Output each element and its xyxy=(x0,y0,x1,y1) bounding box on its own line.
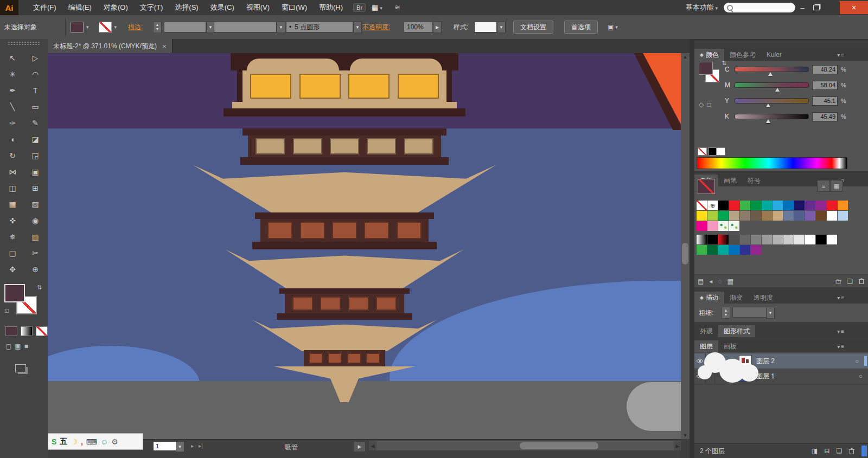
swatch[interactable] xyxy=(827,211,837,221)
swatch[interactable] xyxy=(838,201,848,210)
color-spectrum-bar[interactable] xyxy=(697,157,847,169)
menu-item-7[interactable]: 窗口(W) xyxy=(276,0,313,15)
slider-thumb[interactable] xyxy=(775,88,780,92)
c-value-field[interactable]: 48.24 xyxy=(812,65,838,74)
pagoda-window[interactable] xyxy=(293,138,322,154)
eyedropper-tool-icon[interactable]: ✜ xyxy=(1,212,24,229)
selection-tool-icon[interactable]: ↖ xyxy=(1,50,24,66)
menu-item-8[interactable]: 帮助(H) xyxy=(313,0,349,15)
weight-dropdown[interactable]: ▼ xyxy=(766,307,775,319)
none-swatch[interactable] xyxy=(698,147,707,156)
menu-item-4[interactable]: 选择(S) xyxy=(169,0,204,15)
fill-dropdown-icon[interactable]: ▾ xyxy=(86,24,89,30)
list-view-button[interactable]: ≡ xyxy=(817,180,830,192)
ime-item-3[interactable]: , xyxy=(81,437,83,446)
pagoda-windows[interactable] xyxy=(248,136,441,157)
swatch[interactable] xyxy=(805,211,815,221)
menu-item-0[interactable]: 文件(F) xyxy=(27,0,62,15)
select-similar-options[interactable]: ▣▾ xyxy=(608,15,618,39)
artboard-dropdown[interactable]: ▼ xyxy=(176,442,184,451)
preferences-button[interactable]: 首选项 xyxy=(564,21,598,34)
delete-layer-icon[interactable] xyxy=(848,448,855,455)
swatch[interactable] xyxy=(827,201,837,210)
swatch[interactable] xyxy=(805,201,815,210)
artwork-gray-shape[interactable] xyxy=(627,382,681,431)
new-sublayer-icon[interactable]: ⊟ xyxy=(824,447,829,455)
tab-color[interactable]: ◆颜色 xyxy=(694,49,724,61)
swatch[interactable] xyxy=(740,211,750,221)
slice-tool-icon[interactable]: ✂ xyxy=(24,245,47,261)
swatch[interactable] xyxy=(697,211,707,221)
m-value-field[interactable]: 58.04 xyxy=(812,81,838,90)
ime-toolbar[interactable]: S五☽,⌨☺⚙ xyxy=(48,433,143,450)
tab-layers[interactable]: 图层 xyxy=(694,340,718,352)
swatch[interactable] xyxy=(751,235,761,244)
swatch[interactable] xyxy=(794,201,805,210)
swatch[interactable] xyxy=(751,201,761,210)
panel-menu-icon[interactable]: ▾≡ xyxy=(837,292,844,304)
pagoda-windows[interactable] xyxy=(285,294,404,313)
swatch[interactable] xyxy=(707,221,718,231)
swatch[interactable] xyxy=(794,235,805,244)
swatch[interactable] xyxy=(718,245,729,255)
pagoda-window[interactable] xyxy=(330,138,359,154)
swatch[interactable] xyxy=(718,201,729,210)
status-options-icon[interactable]: ▶ xyxy=(354,442,365,451)
pagoda-spire[interactable] xyxy=(274,366,415,402)
eraser-tool-icon[interactable]: ◪ xyxy=(24,131,47,147)
rotate-tool-icon[interactable]: ↻ xyxy=(1,147,24,164)
fullscreen-menu-button[interactable]: ▣ xyxy=(15,343,21,350)
layer-name[interactable]: 图层 2 xyxy=(756,357,775,366)
swatch[interactable] xyxy=(805,235,815,244)
tab-brushes[interactable]: 画笔 xyxy=(718,175,742,186)
pagoda-window[interactable] xyxy=(376,296,397,311)
swatch[interactable] xyxy=(718,211,729,221)
direct-selection-tool-icon[interactable]: ▷ xyxy=(24,50,47,66)
swatch[interactable] xyxy=(740,245,750,255)
swatch[interactable] xyxy=(783,211,794,221)
fullscreen-button[interactable]: ■ xyxy=(24,343,28,350)
style-swatch[interactable] xyxy=(474,22,497,33)
swatch[interactable] xyxy=(773,235,783,244)
artboard-tool-icon[interactable]: ▢ xyxy=(1,245,24,261)
blend-tool-icon[interactable]: ◉ xyxy=(24,212,47,229)
ime-item-6[interactable]: ⚙ xyxy=(111,437,118,446)
artwork-corner-roof[interactable] xyxy=(631,53,681,130)
menu-item-6[interactable]: 视图(V) xyxy=(240,0,276,15)
c-slider-track[interactable] xyxy=(735,67,809,72)
swatch[interactable] xyxy=(783,235,794,244)
swatch[interactable] xyxy=(729,235,739,244)
ime-item-5[interactable]: ☺ xyxy=(100,437,108,446)
tab-appearance[interactable]: 外观 xyxy=(694,325,718,337)
swatch[interactable] xyxy=(718,221,729,231)
swatch[interactable] xyxy=(794,211,805,221)
menu-item-1[interactable]: 编辑(E) xyxy=(62,0,98,15)
pagoda-window[interactable] xyxy=(398,74,439,99)
document-setup-button[interactable]: 文档设置 xyxy=(513,21,553,34)
gradient-mode-button[interactable] xyxy=(21,326,33,336)
canvas-vertical-scrollbar[interactable]: ▲ ▼ xyxy=(681,53,690,439)
menu-item-5[interactable]: 效果(C) xyxy=(205,0,240,15)
fill-color-swatch[interactable] xyxy=(71,22,84,33)
free-transform-tool-icon[interactable]: ▣ xyxy=(24,164,47,180)
color-mode-button[interactable] xyxy=(5,326,17,336)
artwork-pagoda[interactable] xyxy=(193,53,496,405)
k-value-field[interactable]: 45.49 xyxy=(812,112,838,121)
pagoda-windows[interactable] xyxy=(304,350,385,366)
pagoda-arch-bar[interactable] xyxy=(231,53,458,70)
sync-icon[interactable]: ≋ xyxy=(388,0,406,15)
pagoda-roof-2[interactable] xyxy=(225,249,464,291)
panel-scroll-corner[interactable] xyxy=(861,446,867,456)
pagoda-window[interactable] xyxy=(250,74,291,99)
document-tab[interactable]: 未标题-2* @ 371.01% (CMYK/预览) × xyxy=(48,39,173,53)
hand-tool-icon[interactable]: ✥ xyxy=(1,261,24,278)
perspective-grid-tool-icon[interactable]: ⊞ xyxy=(24,180,47,196)
tab-kuler[interactable]: Kuler xyxy=(761,49,787,61)
white-swatch[interactable] xyxy=(716,147,725,156)
swatch[interactable] xyxy=(751,211,761,221)
next-artboard-icon[interactable]: ▸ xyxy=(191,443,194,449)
gradient-tool-icon[interactable]: ▨ xyxy=(24,196,47,212)
new-color-group-icon[interactable]: 🗀 xyxy=(835,278,841,285)
layout-switcher-icon[interactable]: ▦▾ xyxy=(366,0,388,16)
pagoda-window[interactable] xyxy=(267,222,292,239)
